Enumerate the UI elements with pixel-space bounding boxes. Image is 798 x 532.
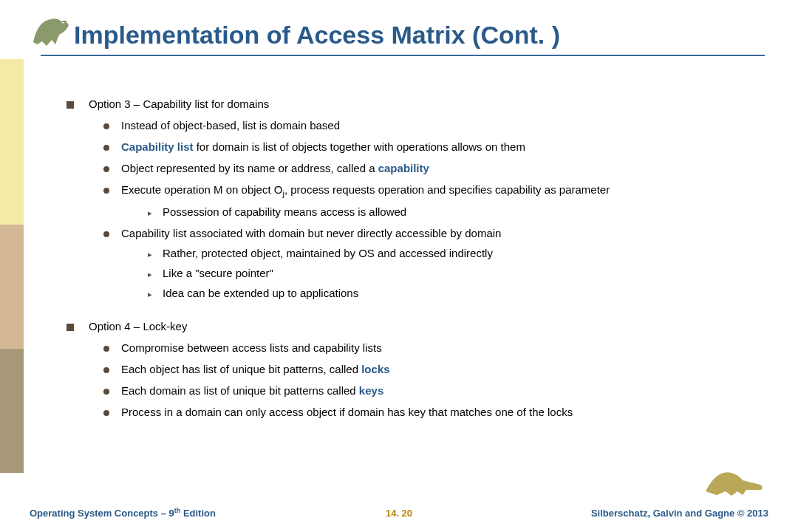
- dot-bullet-icon: [103, 231, 109, 237]
- sub-bullet-item: ▸Possession of capability means access i…: [148, 204, 776, 219]
- dot-bullet-icon: [103, 346, 109, 352]
- footer-text: Edition: [180, 508, 216, 519]
- option3-heading: Option 3 – Capability list for domains: [66, 96, 776, 112]
- bullet-text: Each domain as list of unique bit patter…: [121, 384, 359, 397]
- square-bullet-icon: [66, 101, 74, 109]
- bullet-text: Capability list associated with domain b…: [121, 227, 501, 239]
- sub-bullet-item: ▸Rather, protected object, maintained by…: [148, 245, 776, 261]
- arrow-bullet-icon: ▸: [148, 289, 152, 300]
- dot-bullet-icon: [103, 166, 109, 172]
- slide-title: Implementation of Access Matrix (Cont. ): [74, 21, 560, 50]
- bullet-highlight: locks: [361, 363, 389, 375]
- arrow-bullet-icon: ▸: [148, 249, 152, 260]
- bullet-item: Capability list associated with domain b…: [103, 225, 776, 241]
- arrow-bullet-icon: ▸: [148, 208, 152, 219]
- footer-left: Operating System Concepts – 9th Edition: [30, 507, 216, 519]
- option3-heading-text: Option 3 – Capability list for domains: [89, 98, 269, 110]
- bullet-item: Execute operation M on object Oj, proces…: [103, 182, 776, 200]
- bullet-item: Object represented by its name or addres…: [103, 160, 776, 176]
- dot-bullet-icon: [103, 145, 109, 151]
- arrow-bullet-icon: ▸: [148, 269, 152, 280]
- footer-copyright: Silberschatz, Galvin and Gagne © 2013: [591, 508, 768, 519]
- dot-bullet-icon: [103, 367, 109, 373]
- bullet-highlight: Capability list: [121, 140, 194, 153]
- bullet-text: Like a "secure pointer": [163, 267, 273, 279]
- bullet-text: Instead of object-based, list is domain …: [121, 119, 340, 132]
- dot-bullet-icon: [103, 188, 109, 194]
- dot-bullet-icon: [103, 389, 109, 395]
- slide-content: Option 3 – Capability list for domains I…: [66, 96, 776, 423]
- square-bullet-icon: [66, 324, 74, 331]
- footer-text: Operating System Concepts – 9: [30, 508, 174, 519]
- dot-bullet-icon: [103, 123, 109, 129]
- bullet-text: Idea can be extended up to applications: [163, 287, 358, 299]
- bullet-text: Each object has list of unique bit patte…: [121, 363, 361, 375]
- bullet-text: Object represented by its name or addres…: [121, 162, 378, 174]
- sub-bullet-item: ▸Idea can be extended up to applications: [148, 285, 776, 301]
- bullet-item: Compromise between access lists and capa…: [103, 340, 776, 355]
- option4-heading-text: Option 4 – Lock-key: [89, 320, 187, 332]
- bullet-highlight: capability: [378, 162, 429, 174]
- bullet-item: Instead of object-based, list is domain …: [103, 117, 776, 133]
- dinosaur-icon-bottom: [702, 462, 768, 499]
- dot-bullet-icon: [103, 410, 109, 416]
- sub-bullet-item: ▸Like a "secure pointer": [148, 265, 776, 281]
- footer-sup: th: [174, 507, 181, 514]
- bullet-text: Execute operation M on object O: [121, 183, 282, 196]
- bullet-item: Each domain as list of unique bit patter…: [103, 383, 776, 398]
- bullet-text: , process requests operation and specifi…: [284, 183, 610, 196]
- bullet-item: Process in a domain can only access obje…: [103, 404, 776, 420]
- bullet-item: Capability list for domain is list of ob…: [103, 139, 776, 154]
- option4-heading: Option 4 – Lock-key: [66, 318, 776, 334]
- bullet-text: Process in a domain can only access obje…: [121, 406, 573, 418]
- bullet-text: for domain is list of objects together w…: [194, 140, 525, 153]
- decorative-sidebar: [0, 59, 24, 473]
- dinosaur-icon-top: [26, 9, 78, 50]
- title-underline: [41, 55, 765, 56]
- footer-page-number: 14. 20: [386, 508, 412, 519]
- bullet-text: Possession of capability means access is…: [163, 205, 406, 218]
- bullet-text: Rather, protected object, maintained by …: [163, 247, 493, 259]
- bullet-highlight: keys: [359, 384, 383, 397]
- bullet-item: Each object has list of unique bit patte…: [103, 361, 776, 377]
- bullet-text: Compromise between access lists and capa…: [121, 341, 382, 354]
